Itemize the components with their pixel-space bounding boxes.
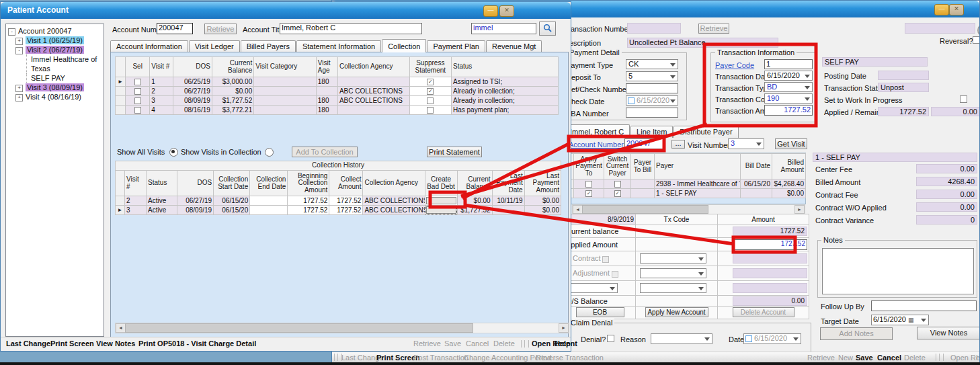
close-button[interactable]: ✕	[499, 5, 514, 17]
expand-icon[interactable]: +	[15, 94, 23, 102]
menu-retrieve[interactable]: Retrieve	[807, 354, 835, 362]
scrollbar-thumb[interactable]	[582, 205, 708, 214]
description-input[interactable]: Uncollected Pt Balance	[627, 38, 778, 48]
delete-account-button[interactable]: Delete Account	[733, 307, 794, 317]
aba-number-input[interactable]	[626, 108, 678, 118]
menu-save[interactable]: Save	[444, 339, 461, 348]
transaction-amount-input[interactable]: 1727.52	[764, 105, 813, 116]
other-type-select[interactable]	[569, 283, 618, 293]
denial-checkbox[interactable]	[607, 335, 614, 342]
target-date-picker[interactable]: 6/15/2020 ▦	[871, 315, 929, 325]
scrollbar-thumb[interactable]	[125, 323, 473, 333]
scroll-right-icon[interactable]: ►	[794, 205, 805, 214]
payer-code-link[interactable]: Payer Code	[715, 61, 754, 69]
tab-line-item[interactable]: Line Item	[630, 126, 673, 138]
scroll-left-icon[interactable]: ◄	[573, 205, 583, 214]
suppress-checkbox[interactable]: ✓	[427, 79, 434, 85]
create-bad-debt-button[interactable]	[426, 197, 456, 204]
add-to-collection-button[interactable]: Add To Collection	[296, 148, 353, 156]
search-icon[interactable]	[977, 24, 980, 37]
applied-amount-input[interactable]: 1727.52	[733, 239, 807, 250]
menu-print-screen[interactable]: Print Screen	[50, 339, 94, 348]
create-bad-debt-button[interactable]	[426, 206, 456, 214]
account-number-input[interactable]: 200047	[624, 138, 663, 149]
payment-type-select[interactable]: CK	[626, 59, 678, 69]
payer-grid-scrollbar[interactable]: ◄ ►	[572, 204, 805, 214]
sel-checkbox[interactable]	[134, 88, 141, 95]
switch-payer-checkbox[interactable]	[614, 181, 621, 188]
switch-payer-checkbox[interactable]: ✓	[614, 190, 621, 197]
contract-code-select[interactable]	[640, 253, 706, 263]
menu-cancel[interactable]: Cancel	[877, 354, 901, 362]
tab-payment-plan[interactable]: Payment Plan	[427, 40, 485, 52]
scroll-left-icon[interactable]: ◄	[116, 323, 126, 333]
menu-retrieve[interactable]: Retrieve	[413, 339, 441, 348]
apply-payment-checkbox[interactable]	[585, 181, 592, 188]
visit-row[interactable]: ► 106/25/19 $3,000.00 180 ✓ Assigned to …	[116, 77, 559, 87]
menu-delete[interactable]: Delete	[904, 354, 926, 362]
suppress-checkbox[interactable]	[427, 97, 434, 104]
menu-help[interactable]: Help	[555, 339, 571, 348]
minimize-button[interactable]: —	[934, 4, 949, 15]
tab-statement-information[interactable]: Statement Information	[296, 40, 381, 52]
scroll-right-icon[interactable]: ►	[559, 323, 569, 333]
notes-textarea[interactable]	[822, 248, 974, 294]
search-button[interactable]	[539, 22, 556, 36]
other-code-select[interactable]	[640, 283, 706, 293]
collection-row[interactable]: ► 3Active 08/09/1906/15/20 1727.52 1727.…	[116, 206, 561, 215]
account-number-link[interactable]: Account Number	[569, 140, 624, 149]
lookup-input[interactable]	[905, 23, 975, 34]
transaction-code-select[interactable]: 190	[764, 93, 813, 104]
retrieve-button[interactable]: Retrieve	[207, 25, 235, 33]
account-number-input[interactable]: 200047	[157, 23, 193, 34]
retrieve-button[interactable]: Retrieve	[700, 24, 728, 32]
deposit-to-select[interactable]: 5	[626, 71, 678, 81]
payer-code-input[interactable]: 1	[764, 59, 813, 69]
menu-print-op5018[interactable]: Print OP5018 - Visit Charge Detail	[138, 339, 256, 348]
expand-icon[interactable]: +	[15, 85, 23, 92]
adjustment-checkbox[interactable]	[612, 271, 618, 278]
payer-row[interactable]: 2938 - Immel Healthcare of Tex. 06/15/20…	[565, 179, 806, 189]
apply-new-account-button[interactable]: Apply New Account	[645, 307, 708, 317]
collection-row[interactable]: 2Active 06/27/1906/15/20 1727.52 1727.52…	[116, 196, 561, 206]
visit-row[interactable]: 408/16/19 $3,772.21 180 Has payment plan…	[116, 106, 559, 115]
close-button[interactable]: ✕	[949, 4, 964, 15]
menu-reverse-transaction[interactable]: Reverse Transaction	[536, 354, 604, 362]
follow-up-by-input[interactable]	[871, 300, 977, 311]
tab-billed-payers[interactable]: Billed Payers	[241, 40, 296, 52]
visit-row[interactable]: 308/09/19 $1,727.52 180ABC COLLECTIONS A…	[116, 96, 559, 106]
transaction-type-select[interactable]: BD	[764, 82, 813, 92]
tree-item-payer2[interactable]: SELF PAY	[26, 73, 104, 83]
menu-delete[interactable]: Delete	[493, 339, 515, 348]
menu-save[interactable]: Save	[856, 354, 873, 362]
ref-check-number-input[interactable]	[626, 83, 678, 93]
menu-view-notes[interactable]: View Notes	[96, 339, 136, 348]
collapse-icon[interactable]: -	[8, 28, 15, 36]
tree-root[interactable]: -Account 200047	[8, 26, 104, 36]
menu-new[interactable]: New	[838, 354, 853, 362]
add-notes-button[interactable]: Add Notes	[820, 327, 893, 340]
denial-date-picker[interactable]: 6/15/2020	[743, 333, 801, 344]
visit-number-select[interactable]: 3	[728, 138, 764, 149]
collection-scrollbar[interactable]: ◄ ►	[115, 323, 569, 333]
tree-item-visit4[interactable]: +Visit 4 (08/16/19)	[15, 92, 104, 102]
collapse-icon[interactable]: -	[15, 47, 23, 54]
eob-button[interactable]: EOB	[576, 307, 624, 317]
row-selector[interactable]: ►	[116, 77, 126, 87]
sel-checkbox[interactable]	[134, 79, 141, 85]
tab-visit-ledger[interactable]: Visit Ledger	[189, 40, 240, 52]
check-date-checkbox[interactable]	[628, 97, 635, 104]
tab-revenue-mgt[interactable]: Revenue Mgt	[486, 40, 542, 52]
menu-cancel[interactable]: Cancel	[466, 339, 489, 348]
denial-date-checkbox[interactable]	[745, 335, 752, 342]
patient-search-input[interactable]: immel	[471, 23, 536, 34]
tab-account-information[interactable]: Account Information	[110, 40, 188, 52]
suppress-checkbox[interactable]	[427, 107, 434, 114]
reversal-checkbox[interactable]	[973, 36, 980, 44]
expand-icon[interactable]: +	[15, 38, 23, 45]
menu-help[interactable]: He	[976, 354, 980, 362]
print-statement-button[interactable]: Print Statement	[427, 147, 482, 157]
check-date-picker[interactable]: 6/15/2020	[626, 95, 678, 106]
show-all-visits-radio[interactable]	[169, 148, 178, 157]
account-title-input[interactable]: Immel, Robert C	[280, 23, 422, 34]
